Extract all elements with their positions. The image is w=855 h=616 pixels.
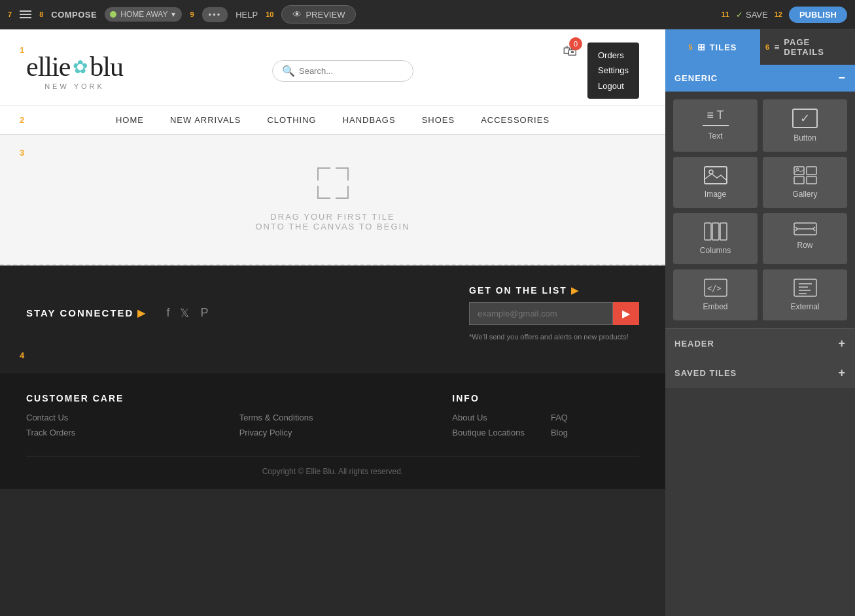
- terms-col: - Terms & Conditions Privacy Policy: [239, 393, 427, 443]
- expand-header-icon: +: [838, 337, 846, 351]
- track-orders-link[interactable]: Track Orders: [26, 428, 213, 437]
- search-area[interactable]: 🔍: [272, 60, 413, 82]
- button-tile[interactable]: ✓ Button: [763, 99, 847, 152]
- row-tile[interactable]: Row: [763, 213, 847, 264]
- num11-annotation: 11: [722, 10, 729, 18]
- text-tile[interactable]: ≡ T Text: [673, 99, 758, 152]
- num10-annotation: 10: [266, 10, 273, 18]
- image-tile[interactable]: Image: [673, 157, 758, 208]
- search-input[interactable]: [299, 66, 404, 76]
- header-accordion-label: HEADER: [674, 339, 714, 349]
- num5-annotation: 5: [689, 43, 693, 51]
- blog-link[interactable]: Blog: [551, 428, 568, 437]
- drop-line2: ONTO THE CANVAS TO BEGIN: [255, 222, 410, 231]
- num1-annotation: 1: [20, 45, 24, 55]
- image-tile-label: Image: [705, 190, 726, 199]
- svg-rect-9: [720, 223, 727, 240]
- tiles-grid-icon: ⊞: [697, 42, 706, 52]
- footer-top-row: STAY CONNECTED ▶ f 𝕏 P GET ON THE LIST ▶: [26, 285, 639, 354]
- logo-area: ellie ✿ blu NEW YORK: [26, 51, 123, 90]
- arrow-right-icon: ▶: [137, 307, 147, 319]
- saved-tiles-label: SAVED TILES: [674, 368, 737, 378]
- canvas-area: 1 ellie ✿ blu NEW YORK 🔍: [0, 29, 665, 616]
- home-away-button[interactable]: HOME AWAY ▾: [105, 7, 182, 22]
- tiles-grid: ≡ T Text ✓ Button Image: [665, 92, 855, 328]
- page-details-tab-label: PAGE DETAILS: [784, 37, 850, 57]
- more-button[interactable]: •••: [202, 7, 228, 22]
- footer-links-section: CUSTOMER CARE Contact Us Track Orders - …: [0, 373, 665, 489]
- tiles-tab-label: TILES: [710, 43, 737, 52]
- tab-tiles[interactable]: 5 ⊞ TILES: [665, 29, 760, 65]
- header-accordion[interactable]: HEADER +: [665, 329, 855, 358]
- num8-annotation: 8: [39, 10, 43, 18]
- site-nav: 2 HOME NEW ARRIVALS CLOTHING HANDBAGS SH…: [0, 105, 665, 135]
- expand-saved-tiles-icon: +: [838, 366, 846, 380]
- generic-section-header: GENERIC −: [665, 65, 855, 92]
- svg-rect-0: [705, 167, 727, 184]
- status-dot: [110, 11, 116, 18]
- gallery-tile-icon: [794, 166, 817, 184]
- user-dropdown-menu: Orders Settings Logout: [587, 43, 639, 99]
- gallery-tile-label: Gallery: [792, 190, 817, 199]
- columns-tile[interactable]: Columns: [673, 213, 758, 264]
- settings-link[interactable]: Settings: [598, 63, 629, 78]
- row-tile-label: Row: [797, 241, 812, 250]
- checkmark-icon: ✓: [736, 10, 743, 20]
- columns-tile-icon: [704, 222, 727, 241]
- embed-tile[interactable]: </> Embed: [673, 269, 758, 320]
- logo-bird-icon: ✿: [73, 56, 87, 78]
- nav-home[interactable]: HOME: [116, 115, 144, 125]
- pinterest-icon[interactable]: P: [200, 306, 208, 320]
- faq-link[interactable]: FAQ: [551, 413, 568, 422]
- customer-care-title: CUSTOMER CARE: [26, 393, 213, 403]
- columns-tile-label: Columns: [700, 246, 731, 255]
- text-tile-label: Text: [708, 131, 722, 141]
- email-input[interactable]: [469, 302, 613, 325]
- logout-link[interactable]: Logout: [598, 78, 629, 94]
- save-button[interactable]: ✓ SAVE: [736, 10, 768, 20]
- info-title: INFO: [452, 393, 639, 403]
- saved-tiles-accordion[interactable]: SAVED TILES +: [665, 358, 855, 388]
- arrow-right-icon2: ▶: [571, 285, 580, 296]
- collapse-generic-button[interactable]: −: [838, 71, 846, 85]
- gallery-tile[interactable]: Gallery: [763, 157, 847, 208]
- footer-columns: CUSTOMER CARE Contact Us Track Orders - …: [26, 393, 639, 443]
- hamburger-menu-button[interactable]: [20, 10, 31, 18]
- num7-annotation: 7: [8, 10, 12, 18]
- nav-clothing[interactable]: CLOTHING: [267, 115, 316, 125]
- contact-us-link[interactable]: Contact Us: [26, 413, 213, 422]
- nav-shoes[interactable]: SHOES: [422, 115, 455, 125]
- corner-tr: [336, 167, 349, 180]
- twitter-icon[interactable]: 𝕏: [180, 306, 190, 320]
- boutique-link[interactable]: Boutique Locations: [452, 428, 525, 437]
- nav-handbags[interactable]: HANDBAGS: [343, 115, 396, 125]
- button-tile-icon: ✓: [792, 109, 818, 128]
- num2-annotation: 2: [20, 115, 24, 125]
- right-panel: 5 ⊞ TILES 6 ≡ PAGE DETAILS GENERIC − ≡ T…: [665, 29, 855, 616]
- external-tile[interactable]: External: [763, 269, 847, 320]
- email-submit-button[interactable]: ▶: [613, 302, 639, 325]
- cart-count-badge: 0: [569, 37, 582, 50]
- num6-annotation: 6: [765, 43, 770, 51]
- orders-link[interactable]: Orders: [598, 48, 629, 63]
- nav-new-arrivals[interactable]: NEW ARRIVALS: [170, 115, 241, 125]
- drop-line1: DRAG YOUR FIRST TILE: [270, 212, 394, 222]
- about-us-link[interactable]: About Us: [452, 413, 525, 422]
- header-top-row: ellie ✿ blu NEW YORK 🔍 🛍 0: [26, 43, 639, 105]
- svg-rect-8: [712, 223, 719, 240]
- search-icon: 🔍: [282, 65, 295, 77]
- page-details-icon: ≡: [774, 42, 780, 52]
- logo-subtext: NEW YORK: [44, 82, 105, 90]
- preview-button[interactable]: 👁 PREVIEW: [281, 5, 356, 24]
- drop-zone: 3 DRAG YOUR FIRST TILE ONTO THE CANVAS T…: [0, 135, 665, 265]
- tab-page-details[interactable]: 6 ≡ PAGE DETAILS: [760, 29, 855, 65]
- help-link[interactable]: HELP: [236, 10, 258, 20]
- nav-accessories[interactable]: ACCESSORIES: [481, 115, 550, 125]
- facebook-icon[interactable]: f: [166, 306, 169, 320]
- cart-button[interactable]: 🛍 0: [563, 43, 577, 60]
- main-layout: 1 ellie ✿ blu NEW YORK 🔍: [0, 29, 855, 616]
- terms-link[interactable]: Terms & Conditions: [239, 413, 427, 422]
- privacy-link[interactable]: Privacy Policy: [239, 428, 427, 437]
- publish-button[interactable]: PUBLISH: [789, 7, 847, 23]
- row-tile-icon: [794, 222, 817, 235]
